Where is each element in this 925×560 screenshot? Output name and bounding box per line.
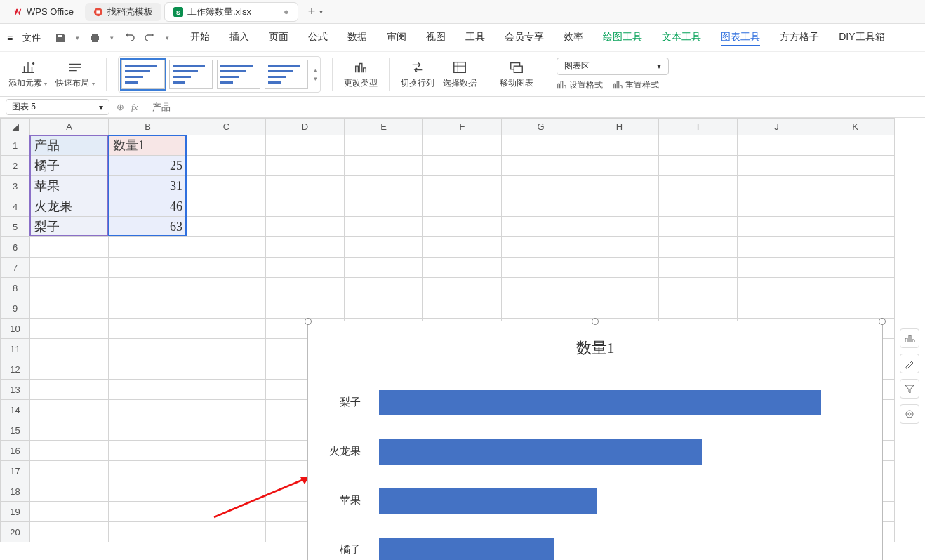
cell[interactable] bbox=[738, 217, 816, 237]
cell[interactable] bbox=[738, 237, 816, 258]
cell[interactable] bbox=[345, 258, 423, 278]
cell[interactable] bbox=[30, 461, 109, 481]
zoom-icon[interactable]: ⊕ bbox=[117, 102, 124, 112]
tab-data[interactable]: 数据 bbox=[347, 29, 367, 46]
cell[interactable] bbox=[659, 196, 738, 217]
chart-object[interactable]: 数量1 梨子火龙果苹果橘子010203040506070 数量1 bbox=[307, 321, 883, 560]
cell[interactable] bbox=[580, 156, 659, 176]
resize-handle[interactable] bbox=[305, 318, 312, 325]
cell[interactable] bbox=[423, 176, 502, 196]
cell[interactable] bbox=[109, 380, 187, 400]
set-format-button[interactable]: 设置格式 bbox=[557, 79, 603, 91]
row-header[interactable]: 18 bbox=[1, 481, 30, 502]
undo-icon[interactable] bbox=[124, 32, 135, 44]
cell[interactable] bbox=[30, 298, 109, 319]
row-header[interactable]: 11 bbox=[1, 339, 30, 359]
cell[interactable] bbox=[816, 135, 895, 156]
cell[interactable] bbox=[816, 156, 895, 176]
cell[interactable] bbox=[187, 156, 266, 176]
cell[interactable] bbox=[659, 217, 738, 237]
row-header[interactable]: 15 bbox=[1, 420, 30, 441]
col-header[interactable]: A bbox=[30, 119, 109, 135]
cell[interactable] bbox=[345, 278, 423, 298]
cell[interactable] bbox=[30, 420, 109, 441]
cell[interactable] bbox=[30, 339, 109, 359]
cell[interactable] bbox=[502, 135, 580, 156]
gallery-scroll-handle[interactable]: ▴▾ bbox=[314, 60, 317, 89]
col-header[interactable]: F bbox=[423, 119, 502, 135]
cell[interactable] bbox=[659, 258, 738, 278]
cell[interactable] bbox=[423, 135, 502, 156]
cell[interactable] bbox=[659, 237, 738, 258]
tab-member[interactable]: 会员专享 bbox=[505, 29, 544, 46]
menu-burger-icon[interactable]: ≡ bbox=[7, 32, 13, 44]
reset-style-button[interactable]: 重置样式 bbox=[613, 79, 659, 91]
cell[interactable]: 火龙果 bbox=[30, 196, 109, 217]
cell[interactable] bbox=[187, 278, 266, 298]
chart-plot-area[interactable]: 梨子火龙果苹果橘子010203040506070 bbox=[365, 378, 870, 560]
cell[interactable]: 63 bbox=[109, 217, 187, 237]
name-box[interactable]: 图表 5 ▾ bbox=[6, 99, 109, 115]
cell[interactable] bbox=[30, 502, 109, 522]
chart-bar[interactable] bbox=[379, 439, 702, 465]
cell[interactable] bbox=[738, 298, 816, 319]
cell[interactable] bbox=[109, 461, 187, 481]
row-header[interactable]: 6 bbox=[1, 237, 30, 258]
cell[interactable] bbox=[187, 522, 266, 542]
col-header[interactable]: G bbox=[502, 119, 580, 135]
tab-text-tools[interactable]: 文本工具 bbox=[662, 29, 701, 46]
row-header[interactable]: 4 bbox=[1, 196, 30, 217]
cell[interactable] bbox=[187, 298, 266, 319]
cell[interactable] bbox=[738, 176, 816, 196]
cell[interactable] bbox=[659, 176, 738, 196]
switch-rowcol-button[interactable]: 切换行列 bbox=[401, 60, 434, 89]
cell[interactable] bbox=[580, 298, 659, 319]
tab-fangfang[interactable]: 方方格子 bbox=[780, 29, 819, 46]
cell[interactable] bbox=[502, 258, 580, 278]
cell[interactable] bbox=[109, 522, 187, 542]
row-header[interactable]: 13 bbox=[1, 380, 30, 400]
cell[interactable] bbox=[30, 237, 109, 258]
cell[interactable] bbox=[266, 217, 345, 237]
cell[interactable]: 苹果 bbox=[30, 176, 109, 196]
cell[interactable] bbox=[30, 441, 109, 461]
chart-elements-button[interactable] bbox=[900, 328, 919, 348]
cell[interactable]: 产品 bbox=[30, 135, 109, 156]
cell[interactable] bbox=[580, 217, 659, 237]
row-header[interactable]: 20 bbox=[1, 522, 30, 542]
row-header[interactable]: 2 bbox=[1, 156, 30, 176]
tabs-dropdown-button[interactable]: ▾ bbox=[319, 8, 323, 15]
chart-bar[interactable] bbox=[379, 488, 597, 514]
cell[interactable] bbox=[580, 237, 659, 258]
chart-style-thumb[interactable] bbox=[217, 60, 260, 89]
cell[interactable] bbox=[738, 135, 816, 156]
change-type-button[interactable]: 更改类型 bbox=[344, 60, 378, 89]
cell[interactable] bbox=[109, 298, 187, 319]
col-header[interactable]: B bbox=[109, 119, 187, 135]
cell[interactable]: 31 bbox=[109, 176, 187, 196]
cell[interactable] bbox=[30, 319, 109, 339]
row-header[interactable]: 3 bbox=[1, 176, 30, 196]
cell[interactable]: 数量1 bbox=[109, 135, 187, 156]
cell[interactable] bbox=[187, 217, 266, 237]
save-chevron-icon[interactable]: ▾ bbox=[76, 34, 79, 41]
chart-style-thumb[interactable] bbox=[265, 60, 308, 89]
chart-style-thumb[interactable] bbox=[121, 60, 165, 89]
tab-insert[interactable]: 插入 bbox=[229, 29, 249, 46]
cell[interactable] bbox=[187, 481, 266, 502]
cell[interactable] bbox=[30, 481, 109, 502]
cell[interactable] bbox=[109, 339, 187, 359]
cell[interactable] bbox=[502, 176, 580, 196]
select-all-cell[interactable]: ◢ bbox=[1, 119, 30, 135]
tab-formula[interactable]: 公式 bbox=[308, 29, 328, 46]
add-element-button[interactable]: 添加元素 ▾ bbox=[8, 60, 47, 89]
cell[interactable] bbox=[109, 502, 187, 522]
cell[interactable] bbox=[345, 156, 423, 176]
cell[interactable] bbox=[659, 156, 738, 176]
row-header[interactable]: 9 bbox=[1, 298, 30, 319]
cell[interactable] bbox=[502, 156, 580, 176]
tab-start[interactable]: 开始 bbox=[190, 29, 210, 46]
cell[interactable] bbox=[187, 420, 266, 441]
row-header[interactable]: 14 bbox=[1, 400, 30, 420]
app-tab-template[interactable]: 找稻壳模板 bbox=[85, 3, 161, 21]
